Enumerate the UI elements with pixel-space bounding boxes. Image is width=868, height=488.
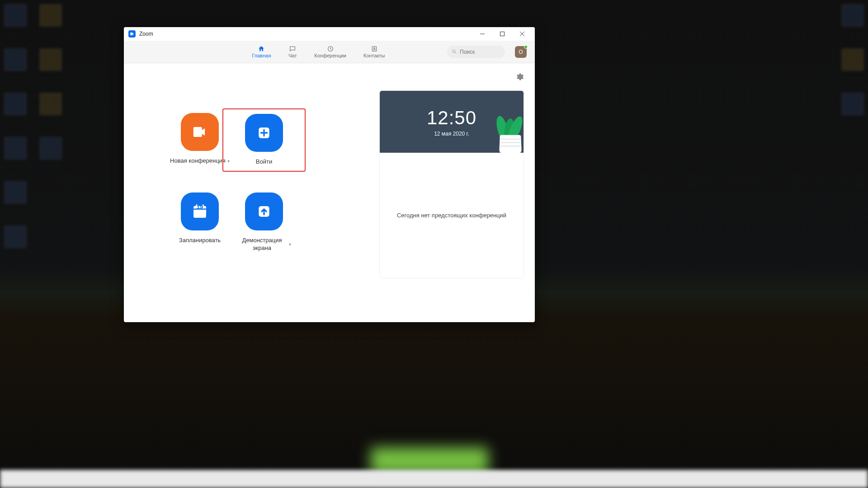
search-icon bbox=[452, 49, 457, 55]
current-date: 12 мая 2020 г. bbox=[434, 131, 469, 137]
clock-icon bbox=[326, 45, 335, 52]
tab-label: Главная bbox=[252, 53, 271, 58]
presence-dot-icon bbox=[524, 45, 528, 49]
tab-chat[interactable]: Чат bbox=[288, 45, 297, 58]
zoom-window: Zoom Главная Чат Конференции Контакты bbox=[124, 27, 535, 322]
plus-icon bbox=[245, 114, 283, 152]
tile-schedule[interactable]: 19 Запланировать bbox=[168, 192, 231, 252]
svg-point-3 bbox=[373, 47, 375, 49]
home-icon bbox=[257, 45, 266, 52]
tile-new-meeting[interactable]: Новая конференция ▾ bbox=[168, 113, 231, 166]
calendar-icon: 19 bbox=[181, 192, 219, 230]
desktop-icons-right bbox=[842, 5, 863, 115]
upcoming-panel: 12:50 12 мая 2020 г. Сегодня нет предсто… bbox=[379, 90, 524, 278]
tile-label: Запланировать bbox=[179, 237, 221, 244]
tile-join[interactable]: Войти bbox=[222, 108, 306, 172]
avatar[interactable]: O bbox=[515, 46, 527, 58]
tile-label: Демонстрация экрана bbox=[237, 237, 287, 252]
tab-label: Конференции bbox=[314, 53, 346, 58]
desktop-icons-left bbox=[5, 5, 61, 248]
tab-contacts[interactable]: Контакты bbox=[363, 45, 385, 58]
settings-button[interactable] bbox=[515, 72, 524, 81]
tile-share-screen[interactable]: Демонстрация экрана ▾ bbox=[232, 192, 296, 252]
close-button[interactable] bbox=[512, 28, 532, 40]
minimize-button[interactable] bbox=[472, 28, 492, 40]
search-box[interactable] bbox=[447, 46, 505, 58]
maximize-button[interactable] bbox=[492, 28, 512, 40]
tile-label: Войти bbox=[256, 158, 272, 165]
current-time: 12:50 bbox=[427, 107, 476, 129]
window-title: Zoom bbox=[139, 31, 153, 37]
plant-decoration-icon bbox=[494, 110, 524, 153]
share-up-icon bbox=[245, 192, 283, 230]
tab-label: Контакты bbox=[363, 53, 385, 58]
empty-meetings-text: Сегодня нет предстоящих конференций bbox=[397, 212, 506, 219]
tab-home[interactable]: Главная bbox=[252, 45, 271, 58]
svg-rect-0 bbox=[500, 32, 505, 36]
search-input[interactable] bbox=[460, 49, 500, 55]
tab-label: Чат bbox=[288, 53, 297, 58]
avatar-initial: O bbox=[519, 49, 523, 55]
calendar-day: 19 bbox=[197, 203, 203, 210]
video-icon bbox=[181, 113, 219, 151]
clock-hero: 12:50 12 мая 2020 г. bbox=[380, 91, 524, 153]
contacts-icon bbox=[370, 45, 379, 52]
titlebar[interactable]: Zoom bbox=[124, 27, 535, 41]
action-tiles: Новая конференция ▾ Войти 19 Запланир bbox=[135, 72, 329, 311]
zoom-logo-icon bbox=[128, 30, 136, 38]
tab-meetings[interactable]: Конференции bbox=[314, 45, 346, 58]
chat-icon bbox=[288, 45, 297, 52]
top-nav: Главная Чат Конференции Контакты O bbox=[124, 41, 535, 63]
svg-point-4 bbox=[453, 50, 455, 53]
chevron-down-icon[interactable]: ▾ bbox=[289, 242, 291, 247]
taskbar[interactable] bbox=[0, 470, 868, 488]
tile-label: Новая конференция bbox=[170, 157, 226, 164]
